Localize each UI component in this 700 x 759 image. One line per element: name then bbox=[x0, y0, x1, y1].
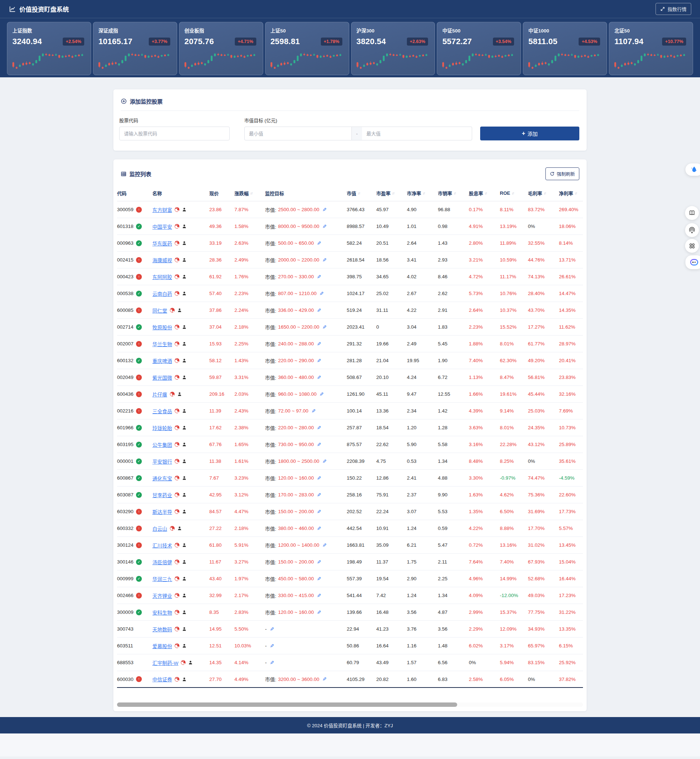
edit-pencil-icon[interactable]: ✎ bbox=[322, 324, 327, 330]
index-quotes-button[interactable]: 指数行情 bbox=[656, 3, 691, 15]
column-header[interactable]: ROE↓↑ bbox=[500, 190, 528, 196]
person-icon[interactable] bbox=[182, 258, 187, 262]
column-header[interactable]: 市盈率↓↑ bbox=[376, 190, 407, 197]
person-icon[interactable] bbox=[182, 207, 187, 212]
index-card[interactable]: 上证指数3240.94+2.54% bbox=[7, 22, 91, 75]
edit-pencil-icon[interactable]: ✎ bbox=[317, 593, 321, 598]
stock-name-link[interactable]: 华润三九 bbox=[152, 575, 172, 582]
person-icon[interactable] bbox=[182, 291, 187, 296]
stock-name-link[interactable]: 玲珑轮胎 bbox=[152, 424, 172, 432]
index-card[interactable]: 沪深3003820.54+2.63% bbox=[351, 22, 435, 75]
taiji-icon[interactable] bbox=[175, 459, 180, 463]
person-icon[interactable] bbox=[182, 341, 187, 346]
person-icon[interactable] bbox=[182, 610, 187, 615]
add-button[interactable]: + 添加 bbox=[480, 127, 579, 141]
column-header[interactable]: 涨跌幅↓↑ bbox=[234, 190, 265, 197]
taiji-icon[interactable] bbox=[175, 677, 180, 682]
index-card[interactable]: 中证10005811.05+4.53% bbox=[523, 22, 607, 75]
index-card[interactable]: 创业板指2075.76+4.71% bbox=[179, 22, 263, 75]
taiji-icon[interactable] bbox=[175, 442, 180, 447]
stock-name-link[interactable]: 汤臣倍健 bbox=[152, 559, 172, 566]
edit-pencil-icon[interactable]: ✎ bbox=[270, 643, 274, 649]
stock-name-link[interactable]: 东方财富 bbox=[152, 206, 172, 213]
edit-pencil-icon[interactable]: ✎ bbox=[317, 375, 321, 380]
edit-pencil-icon[interactable]: ✎ bbox=[322, 207, 327, 213]
sort-icon[interactable]: ↓↑ bbox=[543, 191, 546, 195]
person-icon[interactable] bbox=[188, 660, 193, 665]
taiji-icon[interactable] bbox=[175, 643, 180, 648]
person-icon[interactable] bbox=[182, 274, 187, 279]
edit-pencil-icon[interactable]: ✎ bbox=[317, 609, 321, 615]
taiji-icon[interactable] bbox=[175, 258, 180, 262]
stock-name-link[interactable]: 公牛集团 bbox=[152, 441, 172, 448]
edit-pencil-icon[interactable]: ✎ bbox=[319, 391, 324, 397]
stock-name-link[interactable]: 汇宇制药-W bbox=[152, 659, 178, 667]
taiji-icon[interactable] bbox=[175, 325, 180, 329]
edit-pencil-icon[interactable]: ✎ bbox=[322, 459, 327, 464]
taiji-icon[interactable] bbox=[175, 408, 180, 413]
taiji-icon[interactable] bbox=[170, 526, 175, 531]
edit-pencil-icon[interactable]: ✎ bbox=[322, 257, 327, 263]
person-icon[interactable] bbox=[182, 476, 187, 480]
apps-grid-button[interactable] bbox=[685, 239, 699, 253]
edit-pencil-icon[interactable]: ✎ bbox=[317, 492, 321, 498]
column-header[interactable]: 市销率↓↑ bbox=[438, 190, 469, 197]
person-icon[interactable] bbox=[182, 627, 187, 631]
person-icon[interactable] bbox=[182, 643, 187, 648]
stock-name-link[interactable]: 平安银行 bbox=[152, 458, 172, 465]
edit-pencil-icon[interactable]: ✎ bbox=[322, 676, 327, 682]
person-icon[interactable] bbox=[182, 560, 187, 564]
stock-name-link[interactable]: 白云山 bbox=[152, 525, 167, 532]
person-icon[interactable] bbox=[182, 677, 187, 682]
edit-pencil-icon[interactable]: ✎ bbox=[317, 509, 321, 515]
taiji-icon[interactable] bbox=[175, 509, 180, 514]
edit-pencil-icon[interactable]: ✎ bbox=[317, 358, 321, 364]
stock-name-link[interactable]: 安科生物 bbox=[152, 609, 172, 616]
stock-name-link[interactable]: 汇川技术 bbox=[152, 541, 172, 549]
person-icon[interactable] bbox=[182, 425, 187, 430]
stock-name-link[interactable]: 中国平安 bbox=[152, 223, 172, 230]
sort-icon[interactable]: ↓↑ bbox=[453, 191, 456, 195]
taiji-icon[interactable] bbox=[175, 207, 180, 212]
person-icon[interactable] bbox=[182, 375, 187, 380]
person-icon[interactable] bbox=[182, 325, 187, 329]
taiji-icon[interactable] bbox=[175, 576, 180, 581]
person-icon[interactable] bbox=[177, 392, 182, 396]
person-icon[interactable] bbox=[182, 543, 187, 548]
stock-name-link[interactable]: 东阿阿胶 bbox=[152, 273, 172, 280]
person-icon[interactable] bbox=[182, 593, 187, 598]
stock-name-link[interactable]: 天地数码 bbox=[152, 626, 172, 633]
person-icon[interactable] bbox=[182, 442, 187, 447]
edit-pencil-icon[interactable]: ✎ bbox=[317, 274, 321, 280]
edit-pencil-icon[interactable]: ✎ bbox=[317, 341, 321, 347]
edit-pencil-icon[interactable]: ✎ bbox=[317, 307, 321, 313]
sort-icon[interactable]: ↓↑ bbox=[422, 191, 425, 195]
edit-pencil-icon[interactable]: ✎ bbox=[317, 442, 321, 448]
stock-name-link[interactable]: 华东医药 bbox=[152, 239, 172, 247]
taiji-icon[interactable] bbox=[175, 560, 180, 564]
taiji-icon[interactable] bbox=[175, 224, 180, 228]
sort-icon[interactable]: ↓↑ bbox=[250, 191, 252, 195]
taiji-icon[interactable] bbox=[175, 627, 180, 631]
sort-icon[interactable]: ↓↑ bbox=[392, 191, 394, 195]
sort-icon[interactable]: ↓↑ bbox=[484, 191, 487, 195]
book-button[interactable] bbox=[685, 206, 699, 220]
stock-name-link[interactable]: 云南白药 bbox=[152, 290, 172, 297]
sort-icon[interactable]: ↓↑ bbox=[357, 191, 360, 195]
person-icon[interactable] bbox=[177, 526, 182, 531]
edit-pencil-icon[interactable]: ✎ bbox=[317, 425, 321, 431]
taiji-icon[interactable] bbox=[175, 492, 180, 497]
stock-name-link[interactable]: 斯达半导 bbox=[152, 508, 172, 515]
taiji-icon[interactable] bbox=[175, 543, 180, 548]
sort-icon[interactable]: ↓↑ bbox=[574, 191, 577, 195]
edit-pencil-icon[interactable]: ✎ bbox=[317, 240, 321, 246]
edit-pencil-icon[interactable]: ✎ bbox=[317, 576, 321, 582]
edit-pencil-icon[interactable]: ✎ bbox=[317, 475, 321, 481]
index-card[interactable]: 北证501107.94+10.77% bbox=[609, 22, 693, 75]
stock-code-input[interactable] bbox=[119, 127, 230, 141]
stock-name-link[interactable]: 中信证券 bbox=[152, 676, 172, 683]
podcast-button[interactable] bbox=[685, 223, 699, 237]
taiji-icon[interactable] bbox=[170, 392, 175, 396]
person-icon[interactable] bbox=[182, 358, 187, 363]
stock-name-link[interactable]: 重庆啤酒 bbox=[152, 357, 172, 365]
